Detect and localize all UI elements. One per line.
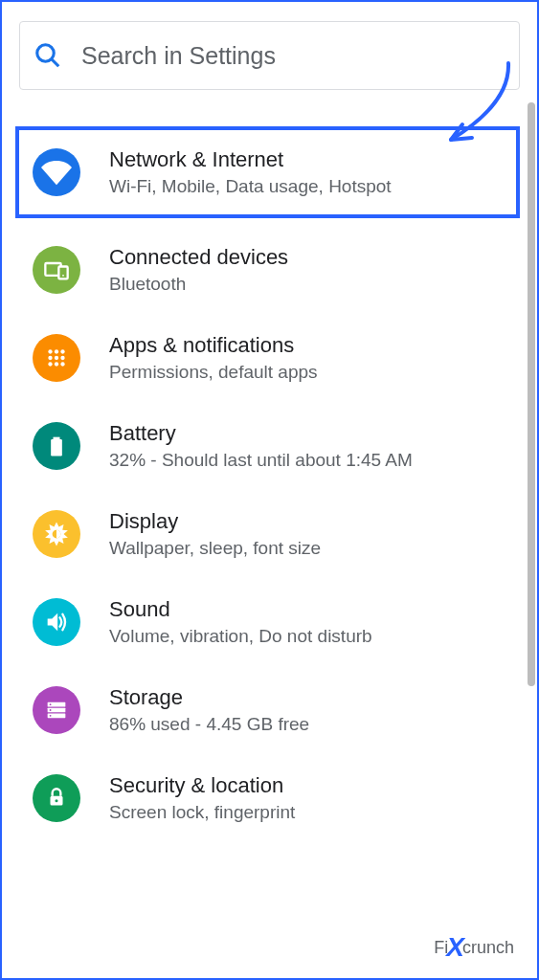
devices-icon (33, 246, 80, 294)
svg-point-24 (55, 799, 57, 802)
item-subtitle: 86% used - 4.45 GB free (109, 714, 309, 735)
item-text: Connected devices Bluetooth (109, 245, 288, 295)
search-bar[interactable]: Search in Settings (19, 21, 520, 90)
svg-point-12 (55, 362, 58, 366)
item-subtitle: Wallpaper, sleep, font size (109, 538, 321, 559)
item-text: Storage 86% used - 4.45 GB free (109, 685, 309, 735)
item-subtitle: Wi-Fi, Mobile, Data usage, Hotspot (109, 176, 392, 197)
item-text: Display Wallpaper, sleep, font size (109, 509, 321, 559)
sound-icon (33, 598, 80, 646)
item-title: Apps & notifications (109, 333, 318, 358)
item-subtitle: Volume, vibration, Do not disturb (109, 626, 372, 647)
apps-icon (33, 334, 80, 382)
item-subtitle: Screen lock, fingerprint (109, 802, 295, 823)
item-title: Security & location (109, 773, 295, 798)
item-title: Battery (109, 421, 413, 446)
storage-icon (33, 686, 80, 734)
svg-point-20 (50, 703, 52, 705)
battery-icon (33, 422, 80, 470)
display-icon (33, 510, 80, 558)
item-title: Network & Internet (109, 147, 392, 172)
svg-point-0 (37, 45, 55, 62)
settings-item-security[interactable]: Security & location Screen lock, fingerp… (2, 754, 537, 842)
item-title: Sound (109, 597, 372, 622)
svg-point-10 (60, 356, 64, 360)
svg-point-22 (50, 715, 52, 717)
item-subtitle: 32% - Should last until about 1:45 AM (109, 450, 413, 471)
svg-point-21 (50, 709, 52, 711)
settings-item-sound[interactable]: Sound Volume, vibration, Do not disturb (2, 578, 537, 666)
settings-item-network[interactable]: Network & Internet Wi-Fi, Mobile, Data u… (15, 126, 520, 218)
item-text: Security & location Screen lock, fingerp… (109, 773, 295, 823)
svg-point-9 (55, 356, 58, 360)
item-title: Storage (109, 685, 309, 710)
watermark-crunch: crunch (462, 938, 514, 958)
wifi-icon (33, 148, 80, 196)
search-icon (34, 41, 62, 70)
settings-item-storage[interactable]: Storage 86% used - 4.45 GB free (2, 666, 537, 754)
svg-rect-15 (51, 439, 62, 457)
item-title: Connected devices (109, 245, 288, 270)
item-text: Network & Internet Wi-Fi, Mobile, Data u… (109, 147, 392, 197)
settings-item-display[interactable]: Display Wallpaper, sleep, font size (2, 490, 537, 578)
item-text: Battery 32% - Should last until about 1:… (109, 421, 413, 471)
item-subtitle: Bluetooth (109, 274, 288, 295)
item-subtitle: Permissions, default apps (109, 362, 318, 383)
svg-point-8 (48, 356, 52, 360)
svg-point-4 (62, 275, 64, 277)
svg-line-1 (52, 59, 59, 67)
item-text: Sound Volume, vibration, Do not disturb (109, 597, 372, 647)
svg-rect-3 (58, 267, 67, 279)
search-placeholder: Search in Settings (81, 42, 276, 70)
scrollbar[interactable] (528, 102, 535, 686)
security-icon (33, 774, 80, 822)
item-title: Display (109, 509, 321, 534)
settings-item-battery[interactable]: Battery 32% - Should last until about 1:… (2, 402, 537, 490)
watermark: Fi X crunch (434, 932, 514, 963)
settings-list: Network & Internet Wi-Fi, Mobile, Data u… (2, 100, 537, 846)
settings-item-apps[interactable]: Apps & notifications Permissions, defaul… (2, 314, 537, 402)
svg-point-6 (55, 349, 58, 353)
svg-point-7 (60, 349, 64, 353)
item-text: Apps & notifications Permissions, defaul… (109, 333, 318, 383)
svg-point-11 (48, 362, 52, 366)
svg-point-5 (48, 349, 52, 353)
settings-item-connected-devices[interactable]: Connected devices Bluetooth (2, 226, 537, 314)
svg-rect-14 (54, 437, 60, 439)
svg-point-13 (60, 362, 64, 366)
